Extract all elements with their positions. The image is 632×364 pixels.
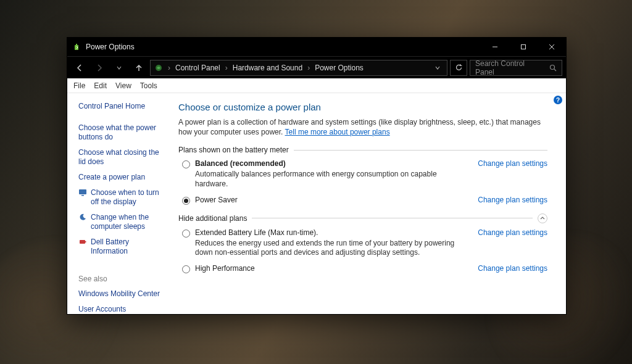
divider <box>252 218 533 218</box>
refresh-button[interactable] <box>450 60 467 76</box>
plan-name-high-performance[interactable]: High Performance <box>195 264 255 273</box>
breadcrumb-leaf[interactable]: Power Options <box>315 64 364 72</box>
up-button[interactable] <box>130 59 148 77</box>
help-icon[interactable]: ? <box>554 96 562 104</box>
location-icon <box>154 64 163 72</box>
svg-rect-3 <box>522 45 526 49</box>
sleep-icon <box>78 213 87 221</box>
plan-power-saver: Power Saver Change plan settings <box>182 196 547 205</box>
see-also-label: See also <box>78 262 166 283</box>
section-additional-plans: Hide additional plans Extended Battery L… <box>178 213 547 273</box>
section-battery-meter: Plans shown on the battery meter Balance… <box>178 146 547 204</box>
titlebar: Power Options <box>67 38 566 56</box>
change-settings-power-saver[interactable]: Change plan settings <box>478 196 547 204</box>
recent-dropdown-icon[interactable] <box>110 59 128 77</box>
seealso-users[interactable]: User Accounts <box>78 305 166 314</box>
battery-icon <box>78 238 87 246</box>
body: ? Control Panel Home Choose what the pow… <box>67 93 566 314</box>
plan-desc-balanced: Automatically balances performance with … <box>195 170 460 189</box>
page-description: A power plan is a collection of hardware… <box>178 117 547 137</box>
radio-power-saver[interactable] <box>182 197 190 205</box>
close-button[interactable] <box>538 38 566 56</box>
chevron-right-icon: › <box>223 64 230 72</box>
change-settings-high-performance[interactable]: Change plan settings <box>478 264 547 273</box>
menubar: File Edit View Tools <box>67 78 566 93</box>
sidebar-closing-lid[interactable]: Choose what closing the lid does <box>78 148 166 167</box>
plan-balanced: Balanced (recommended) Change plan setti… <box>182 159 547 189</box>
change-settings-extended[interactable]: Change plan settings <box>478 228 547 237</box>
plan-name-power-saver[interactable]: Power Saver <box>195 196 238 204</box>
svg-rect-10 <box>81 195 84 196</box>
address-dropdown-icon[interactable] <box>432 65 443 71</box>
menu-edit[interactable]: Edit <box>94 81 107 90</box>
breadcrumb-root[interactable]: Control Panel <box>175 64 220 72</box>
window-title: Power Options <box>86 43 135 51</box>
radio-high-performance[interactable] <box>182 265 190 273</box>
sidebar-turn-off-display[interactable]: Choose when to turn off the display <box>91 188 166 207</box>
window: Power Options › Control Panel › Hardware… <box>67 37 567 315</box>
sidebar-power-buttons[interactable]: Choose what the power buttons do <box>78 123 166 142</box>
plan-extended: Extended Battery Life (Max run-time). Ch… <box>182 228 547 258</box>
address-bar[interactable]: › Control Panel › Hardware and Sound › P… <box>150 60 447 76</box>
sidebar-create-plan[interactable]: Create a power plan <box>78 173 166 182</box>
svg-line-8 <box>554 69 556 71</box>
breadcrumb-mid[interactable]: Hardware and Sound <box>233 64 302 72</box>
radio-extended[interactable] <box>182 230 190 238</box>
back-button[interactable] <box>71 59 88 77</box>
forward-button[interactable] <box>91 59 108 77</box>
menu-view[interactable]: View <box>115 81 131 90</box>
search-icon <box>549 64 557 72</box>
main-content: Choose or customize a power plan A power… <box>172 93 566 314</box>
learn-more-link[interactable]: Tell me more about power plans <box>285 128 390 136</box>
section-title-additional[interactable]: Hide additional plans <box>178 214 247 223</box>
sidebar-dell-battery[interactable]: Dell Battery Information <box>91 238 166 256</box>
divider <box>294 150 547 151</box>
svg-rect-9 <box>79 189 86 194</box>
seealso-mobility[interactable]: Windows Mobility Center <box>78 289 166 299</box>
minimize-button[interactable] <box>481 38 509 56</box>
plan-high-performance: High Performance Change plan settings <box>182 264 547 273</box>
svg-rect-11 <box>80 240 85 244</box>
chevron-right-icon: › <box>305 64 312 72</box>
change-settings-balanced[interactable]: Change plan settings <box>478 159 547 168</box>
maximize-button[interactable] <box>509 38 538 56</box>
collapse-icon[interactable] <box>538 213 547 223</box>
plan-name-balanced[interactable]: Balanced (recommended) <box>195 159 286 168</box>
plan-desc-extended: Reduces the energy used and extends the … <box>195 239 460 258</box>
sidebar-computer-sleeps[interactable]: Change when the computer sleeps <box>91 213 166 231</box>
menu-file[interactable]: File <box>73 81 85 90</box>
svg-point-7 <box>551 65 555 69</box>
sidebar: Control Panel Home Choose what the power… <box>67 93 172 314</box>
page-title: Choose or customize a power plan <box>178 102 547 112</box>
radio-balanced[interactable] <box>182 160 190 168</box>
search-placeholder: Search Control Panel <box>475 59 546 77</box>
section-title-battery-meter: Plans shown on the battery meter <box>178 146 289 154</box>
svg-rect-12 <box>85 241 86 242</box>
svg-rect-1 <box>76 44 77 45</box>
plan-name-extended[interactable]: Extended Battery Life (Max run-time). <box>195 228 318 237</box>
chevron-right-icon: › <box>165 64 173 72</box>
sidebar-home[interactable]: Control Panel Home <box>78 102 166 111</box>
navigation-bar: › Control Panel › Hardware and Sound › P… <box>67 56 566 78</box>
menu-tools[interactable]: Tools <box>140 81 157 90</box>
search-input[interactable]: Search Control Panel <box>470 60 562 76</box>
display-icon <box>78 188 87 197</box>
power-options-icon <box>72 42 82 52</box>
